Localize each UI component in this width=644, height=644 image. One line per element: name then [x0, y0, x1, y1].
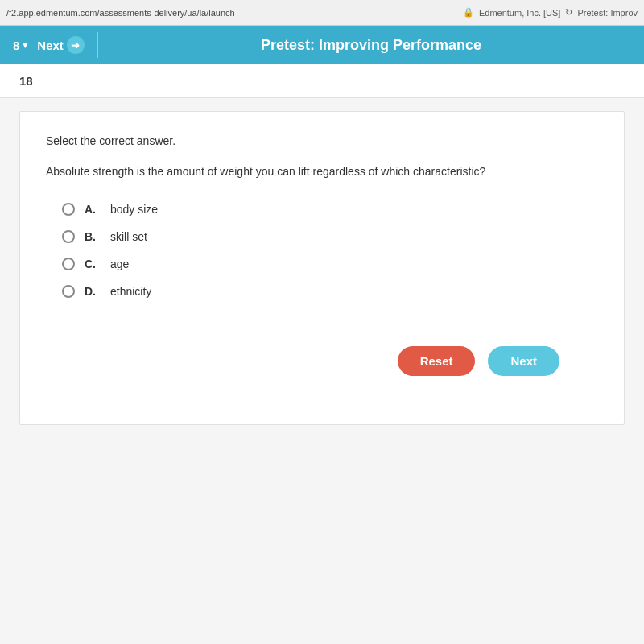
refresh-icon[interactable]: ↻ — [565, 7, 572, 18]
current-question-number: 8 — [13, 39, 19, 52]
app-header: 8 ▾ Next ➜ Pretest: Improving Performanc… — [0, 26, 644, 64]
option-c-text: age — [110, 258, 129, 270]
reset-button[interactable]: Reset — [398, 346, 476, 376]
chevron-down-icon[interactable]: ▾ — [23, 39, 27, 51]
option-a-label: A. — [85, 203, 101, 216]
site-label: Edmentum, Inc. [US] — [479, 8, 560, 18]
option-a-text: body size — [110, 203, 158, 216]
option-d[interactable]: D. ethnicity — [62, 285, 598, 298]
header-next-label: Next — [37, 39, 64, 52]
browser-bar: /f2.app.edmentum.com/assessments-deliver… — [0, 0, 644, 26]
radio-d[interactable] — [62, 285, 75, 298]
option-b-label: B. — [85, 230, 101, 243]
question-text: Absolute strength is the amount of weigh… — [46, 163, 598, 180]
option-c-label: C. — [85, 258, 101, 270]
instruction-text: Select the correct answer. — [46, 134, 598, 147]
tab-label: Pretest: Improv — [577, 8, 638, 18]
action-bar: Reset Next — [46, 330, 598, 392]
option-b[interactable]: B. skill set — [62, 230, 598, 243]
next-button[interactable]: Next — [488, 346, 559, 376]
radio-b[interactable] — [62, 230, 75, 243]
option-a[interactable]: A. body size — [62, 203, 598, 216]
browser-icons: 🔒 Edmentum, Inc. [US] ↻ Pretest: Improv — [463, 7, 638, 18]
page-title: Pretest: Improving Performance — [111, 37, 631, 54]
header-next-button[interactable]: Next ➜ — [37, 36, 85, 54]
radio-c[interactable] — [62, 258, 75, 270]
answer-options: A. body size B. skill set C. age D. ethn… — [46, 203, 598, 298]
browser-url: /f2.app.edmentum.com/assessments-deliver… — [6, 8, 463, 18]
question-card: Select the correct answer. Absolute stre… — [19, 111, 625, 425]
question-number: 18 — [19, 74, 33, 88]
main-content: 18 Select the correct answer. Absolute s… — [0, 64, 644, 644]
next-arrow-icon: ➜ — [67, 36, 85, 54]
lock-icon: 🔒 — [463, 7, 474, 18]
option-b-text: skill set — [110, 230, 147, 243]
radio-a[interactable] — [62, 203, 75, 216]
option-c[interactable]: C. age — [62, 258, 598, 270]
option-d-label: D. — [85, 285, 101, 298]
question-nav: 8 ▾ — [13, 39, 27, 52]
option-d-text: ethnicity — [110, 285, 151, 298]
question-number-bar: 18 — [0, 64, 644, 98]
header-divider — [97, 32, 98, 58]
